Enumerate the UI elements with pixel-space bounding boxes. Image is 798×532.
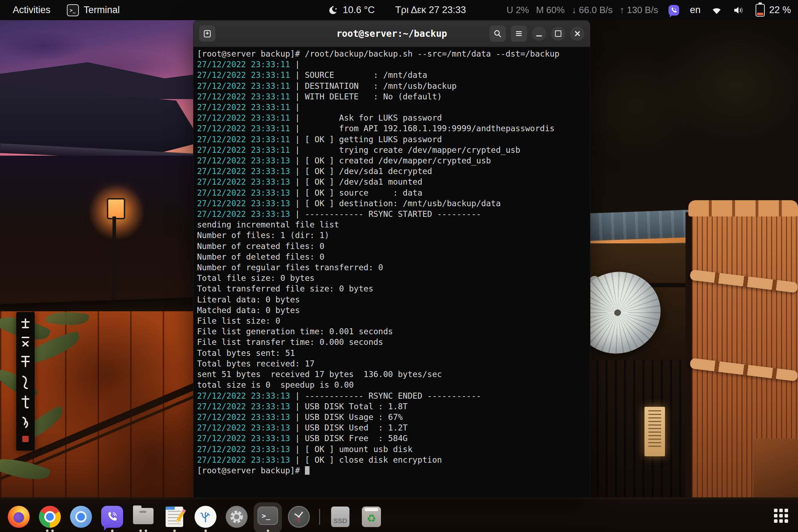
line-text: Literal data: 0 bytes <box>197 295 300 304</box>
chrome-core <box>46 513 54 521</box>
memory-usage: M 60% <box>536 5 565 16</box>
firefox-icon <box>8 506 30 528</box>
terminal-cursor <box>305 466 310 475</box>
terminal-line: 27/12/2022 23:33:11 | WITH DELETE : No (… <box>197 91 586 102</box>
top-bar-center: 10.6 °C Τρι Δεκ 27 23:33 <box>329 0 466 20</box>
app-grid-dot <box>785 509 788 512</box>
terminal-output[interactable]: [root@server backup]# /root/backup/backu… <box>193 47 590 498</box>
editor-accent <box>166 507 175 510</box>
focused-app-menu[interactable]: >_ Terminal <box>67 4 120 16</box>
terminal-line: 27/12/2022 23:33:11 | from API 192.168.1… <box>197 123 586 134</box>
terminal-line: 27/12/2022 23:33:13 | [ OK ] close disk … <box>197 455 586 465</box>
line-text: [root@server backup]# <box>197 466 305 475</box>
line-text: | USB DISK Free : 584G <box>290 434 407 443</box>
timestamp: 27/12/2022 23:33:11 <box>197 81 290 91</box>
dock-item-settings[interactable] <box>226 506 248 532</box>
terminal-line: 27/12/2022 23:33:13 | [ OK ] source : da… <box>197 187 586 198</box>
files-icon <box>133 508 154 524</box>
hamburger-menu-icon <box>515 29 523 38</box>
activities-button[interactable]: Activities <box>13 5 51 16</box>
running-dots <box>163 530 185 532</box>
terminal-line: 27/12/2022 23:33:11 | DESTINATION : /mnt… <box>197 81 586 91</box>
line-text: Total file size: 0 bytes <box>197 273 314 283</box>
clock-label[interactable]: Τρι Δεκ 27 23:33 <box>395 5 466 16</box>
search-button[interactable] <box>490 25 506 42</box>
wifi-icon[interactable] <box>711 6 722 15</box>
dock-item-clocks[interactable] <box>288 506 310 532</box>
new-tab-button[interactable] <box>199 25 215 42</box>
terminal-line: Number of created files: 0 <box>197 241 586 251</box>
timestamp: 27/12/2022 23:33:13 <box>197 412 290 422</box>
terminal-headerbar[interactable]: root@server:~/backup <box>193 21 590 47</box>
keyboard-layout-indicator[interactable]: en <box>690 5 700 16</box>
terminal-line: [root@server backup]# <box>197 465 586 476</box>
line-text: Number of regular files transferred: 0 <box>197 263 383 272</box>
dock-item-viber[interactable] <box>101 506 123 532</box>
search-icon <box>493 29 502 38</box>
line-text: Total bytes received: 17 <box>197 359 314 368</box>
ssd-drive-icon: SSD <box>331 507 349 527</box>
battery-indicator[interactable]: 22 % <box>756 4 791 17</box>
clock-icon <box>288 506 310 528</box>
timestamp: 27/12/2022 23:33:13 <box>197 445 290 454</box>
dock-item-ssd-drive[interactable]: SSD <box>329 506 351 532</box>
line-text: | WITH DELETE : No (default) <box>290 92 442 101</box>
volume-icon[interactable] <box>733 5 745 15</box>
close-icon <box>574 30 580 37</box>
timestamp: 27/12/2022 23:33:13 <box>197 188 290 197</box>
settings-gear-icon <box>226 506 248 528</box>
line-text: File list generation time: 0.001 seconds <box>197 327 393 336</box>
terminal-line: 27/12/2022 23:33:11 | <box>197 102 586 112</box>
close-button[interactable] <box>570 27 584 41</box>
weather-indicator[interactable]: 10.6 °C <box>329 5 375 16</box>
timestamp: 27/12/2022 23:33:11 <box>197 124 290 133</box>
viber-tray-icon[interactable] <box>669 5 679 16</box>
minimize-button[interactable] <box>532 27 546 41</box>
timestamp: 27/12/2022 23:33:11 <box>197 70 290 80</box>
dock-item-files[interactable] <box>132 506 154 532</box>
dock-item-chromium[interactable] <box>70 506 92 532</box>
battery-fill <box>757 13 763 15</box>
new-tab-icon <box>203 29 212 38</box>
chromium-core <box>77 513 85 521</box>
timestamp: 27/12/2022 23:33:11 <box>197 60 290 69</box>
show-applications-button[interactable] <box>774 509 788 523</box>
running-indicator-dot <box>111 530 114 532</box>
line-text: sent 51 bytes received 17 bytes 136.00 b… <box>197 370 442 379</box>
line-text: | <box>290 60 300 69</box>
line-text: | DESTINATION : /mnt/usb/backup <box>290 81 457 91</box>
banner-red-seal <box>22 436 29 442</box>
maximize-button[interactable] <box>551 27 565 41</box>
wallpaper-foliage <box>587 0 798 233</box>
trash-recycle-icon: ♻ <box>362 507 381 527</box>
dock-item-firefox[interactable] <box>8 506 30 532</box>
top-bar-left: Activities >_ Terminal <box>0 4 120 16</box>
menu-button[interactable] <box>511 25 527 42</box>
line-text: | [ OK ] source : data <box>290 188 422 197</box>
ssd-label: SSD <box>333 517 347 525</box>
minimize-icon <box>536 35 542 36</box>
viber-icon <box>101 506 123 528</box>
terminal-line: 27/12/2022 23:33:13 | ------------ RSYNC… <box>197 209 586 219</box>
system-monitor[interactable]: U 2% M 60% ↓ 66.0 B/s ↑ 130 B/s <box>507 5 658 16</box>
dock-item-coral-app[interactable] <box>195 506 216 532</box>
gear-icon <box>229 509 244 525</box>
moon-weather-icon <box>329 6 338 15</box>
running-dots <box>195 530 216 532</box>
line-text: | USB DISK Total : 1.8T <box>290 402 407 411</box>
terminal-line: Total bytes sent: 51 <box>197 348 586 358</box>
terminal-app-icon: >_ <box>67 4 79 16</box>
dock-item-chrome[interactable] <box>39 506 61 532</box>
terminal-line: 27/12/2022 23:33:13 | [ OK ] umount usb … <box>197 444 586 455</box>
maximize-icon <box>555 30 561 37</box>
line-text: | ------------ RSYNC STARTED --------- <box>290 209 481 219</box>
timestamp: 27/12/2022 23:33:13 <box>197 156 290 165</box>
terminal-line: Number of files: 1 (dir: 1) <box>197 230 586 241</box>
top-bar: Activities >_ Terminal 10.6 °C Τρι Δεκ 2… <box>0 0 798 20</box>
dock-item-trash[interactable]: ♻ <box>360 506 382 532</box>
terminal-line: 27/12/2022 23:33:11 | SOURCE : /mnt/data <box>197 70 586 80</box>
dock-item-terminal[interactable]: >_ <box>257 506 279 532</box>
dock-item-text-editor[interactable] <box>163 506 185 532</box>
timestamp: 27/12/2022 23:33:13 <box>197 423 290 432</box>
top-bar-right: U 2% M 60% ↓ 66.0 B/s ↑ 130 B/s en 22 % <box>507 4 798 17</box>
